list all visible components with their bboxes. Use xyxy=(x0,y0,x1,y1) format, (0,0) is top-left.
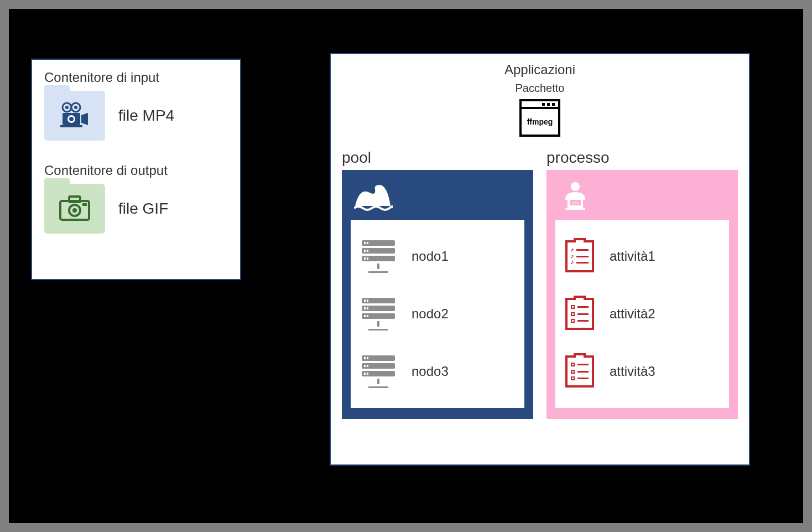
server-icon xyxy=(361,355,396,388)
svg-rect-18 xyxy=(565,208,585,210)
svg-point-14 xyxy=(571,182,580,191)
user-laptop-icon: </> xyxy=(555,179,729,214)
wave-icon xyxy=(351,179,524,214)
node-item: nodo2 xyxy=(361,298,514,330)
checklist-icon xyxy=(565,298,594,330)
checklist-icon xyxy=(565,240,594,272)
camera-photo-icon xyxy=(58,195,91,222)
pool-box: nodo1 nodo2 xyxy=(342,170,533,419)
node-item: nodo3 xyxy=(361,355,514,388)
task-item: attività2 xyxy=(565,298,719,330)
diagram-canvas: Contenitore di input file MP4 Contenito xyxy=(9,9,803,523)
task-item: attività3 xyxy=(565,355,719,388)
batch-header: Applicazioni Pacchetto ffmpeg xyxy=(331,54,749,137)
node-label: nodo1 xyxy=(412,249,449,264)
image-folder-icon xyxy=(44,184,105,234)
svg-text:</>: </> xyxy=(572,201,579,205)
batch-columns: pool nodo1 xyxy=(331,149,749,419)
svg-rect-13 xyxy=(82,203,87,206)
camera-video-icon xyxy=(59,102,90,130)
process-column: processo </> xyxy=(546,149,738,419)
package-title: Pacchetto xyxy=(331,82,749,95)
svg-point-2 xyxy=(65,106,69,109)
task-label: attività2 xyxy=(610,306,655,322)
svg-point-3 xyxy=(74,106,77,109)
input-file-label: file MP4 xyxy=(118,107,174,125)
input-file-row: file MP4 xyxy=(44,91,228,141)
input-container-title: Contenitore di input xyxy=(44,70,228,85)
svg-point-6 xyxy=(69,117,74,121)
process-tasks-list: attività1 attività2 xyxy=(555,220,729,408)
output-container-title: Contenitore di output xyxy=(44,163,228,178)
svg-marker-7 xyxy=(81,113,88,125)
svg-rect-8 xyxy=(60,125,82,127)
node-label: nodo2 xyxy=(412,306,449,322)
svg-rect-10 xyxy=(69,197,80,202)
process-box: </> attività1 xyxy=(546,170,738,419)
process-title: processo xyxy=(546,149,738,167)
package-icon: ffmpeg xyxy=(519,99,560,137)
checklist-icon xyxy=(565,355,594,388)
server-icon xyxy=(361,298,396,330)
server-icon xyxy=(361,240,396,273)
video-folder-icon xyxy=(44,91,105,141)
output-file-label: file GIF xyxy=(118,200,168,218)
node-item: nodo1 xyxy=(361,240,514,273)
node-label: nodo3 xyxy=(412,364,449,379)
pool-title: pool xyxy=(342,149,533,167)
applications-title: Applicazioni xyxy=(331,62,749,78)
output-file-row: file GIF xyxy=(44,184,228,234)
task-item: attività1 xyxy=(565,240,719,272)
storage-container: Contenitore di input file MP4 Contenito xyxy=(31,59,241,280)
pool-column: pool nodo1 xyxy=(342,149,533,419)
pool-nodes-list: nodo1 nodo2 xyxy=(351,220,524,408)
batch-container: Applicazioni Pacchetto ffmpeg pool xyxy=(330,53,750,466)
task-label: attività1 xyxy=(610,249,655,264)
package-command: ffmpeg xyxy=(522,109,558,135)
svg-point-12 xyxy=(72,208,77,213)
task-label: attività3 xyxy=(610,364,655,379)
